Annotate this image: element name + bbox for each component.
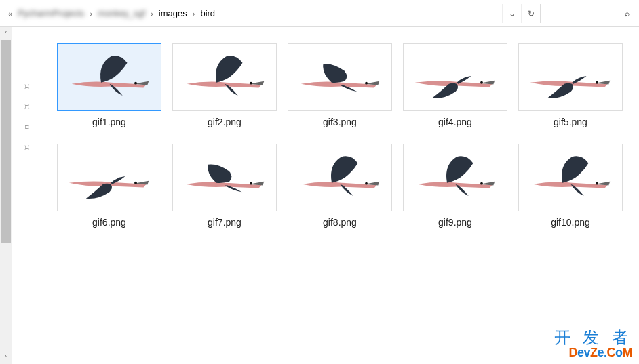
file-thumbnail[interactable]: [518, 43, 623, 111]
history-dropdown-button[interactable]: ⌄: [502, 4, 521, 23]
bird-image-icon: [296, 150, 384, 205]
file-name-label[interactable]: gif10.png: [551, 217, 590, 228]
file-thumbnail[interactable]: [403, 144, 507, 211]
file-thumbnail[interactable]: [288, 144, 392, 211]
scroll-thumb[interactable]: [1, 40, 11, 243]
file-item[interactable]: gif3.png: [286, 43, 393, 127]
pin-icon[interactable]: ✧: [20, 100, 34, 114]
file-item[interactable]: gif10.png: [517, 144, 624, 228]
pin-icon[interactable]: ✧: [20, 80, 34, 94]
bird-image-icon: [180, 50, 269, 104]
bird-image-icon: [65, 150, 153, 205]
file-item[interactable]: gif4.png: [402, 43, 509, 127]
chevron-right-icon: ›: [90, 9, 92, 18]
file-item[interactable]: gif7.png: [171, 144, 278, 228]
chevron-right-icon: ›: [193, 9, 195, 18]
breadcrumb[interactable]: « PycharmProjects › monkey_sgf › images …: [4, 7, 502, 20]
file-name-label[interactable]: gif5.png: [554, 117, 587, 127]
file-grid[interactable]: gif1.pnggif2.pnggif3.pnggif4.pnggif5.png…: [42, 27, 639, 364]
search-icon: ⌕: [625, 9, 630, 18]
main-area: ˄ ˅ ✧ ✧ ✧ ✧ gif1.pnggif2.pnggif3.pnggif4…: [0, 27, 639, 364]
file-name-label[interactable]: gif8.png: [323, 217, 357, 228]
file-thumbnail[interactable]: [518, 144, 623, 211]
file-thumbnail[interactable]: [288, 43, 392, 111]
bird-image-icon: [411, 150, 499, 205]
search-input[interactable]: ⌕: [540, 4, 635, 23]
refresh-icon: ↻: [528, 9, 535, 18]
scroll-up-icon[interactable]: ˄: [0, 27, 12, 39]
file-thumbnail[interactable]: [172, 144, 277, 211]
file-name-label[interactable]: gif6.png: [92, 217, 126, 228]
file-item[interactable]: gif9.png: [402, 144, 509, 228]
file-name-label[interactable]: gif4.png: [438, 117, 472, 127]
file-thumbnail[interactable]: [57, 144, 161, 211]
file-item[interactable]: gif5.png: [517, 43, 624, 127]
file-item[interactable]: gif1.png: [56, 43, 163, 127]
bird-image-icon: [411, 50, 499, 104]
pin-icon[interactable]: ✧: [20, 121, 34, 134]
bird-image-icon: [65, 50, 153, 104]
nav-scrollbar[interactable]: ˄ ˅: [0, 27, 12, 364]
chevron-right-icon: ›: [151, 9, 153, 18]
scroll-down-icon[interactable]: ˅: [0, 352, 12, 364]
file-item[interactable]: gif2.png: [171, 43, 278, 127]
file-thumbnail[interactable]: [403, 43, 507, 111]
pin-icon[interactable]: ✧: [20, 141, 34, 155]
file-name-label[interactable]: gif9.png: [438, 217, 472, 228]
back-chevron-icon: «: [8, 9, 12, 18]
bird-image-icon: [526, 150, 615, 205]
file-thumbnail[interactable]: [172, 43, 277, 111]
file-name-label[interactable]: gif2.png: [208, 117, 241, 127]
refresh-button[interactable]: ↻: [521, 4, 540, 23]
chevron-down-icon: ⌄: [509, 9, 516, 18]
file-item[interactable]: gif8.png: [286, 144, 393, 228]
breadcrumb-item[interactable]: images: [156, 7, 190, 20]
breadcrumb-item[interactable]: bird: [197, 7, 218, 20]
file-name-label[interactable]: gif1.png: [92, 117, 126, 127]
breadcrumb-item[interactable]: PycharmProjects: [15, 7, 87, 20]
file-name-label[interactable]: gif3.png: [323, 117, 357, 127]
file-thumbnail[interactable]: [57, 43, 161, 111]
quick-access-pins: ✧ ✧ ✧ ✧: [12, 27, 42, 364]
bird-image-icon: [180, 150, 269, 205]
breadcrumb-item[interactable]: monkey_sgf: [95, 7, 148, 20]
bird-image-icon: [296, 50, 384, 104]
file-name-label[interactable]: gif7.png: [208, 217, 241, 228]
file-item[interactable]: gif6.png: [56, 144, 163, 228]
address-toolbar: « PycharmProjects › monkey_sgf › images …: [0, 0, 639, 27]
left-gutter: ˄ ˅ ✧ ✧ ✧ ✧: [0, 27, 42, 364]
bird-image-icon: [526, 50, 615, 104]
